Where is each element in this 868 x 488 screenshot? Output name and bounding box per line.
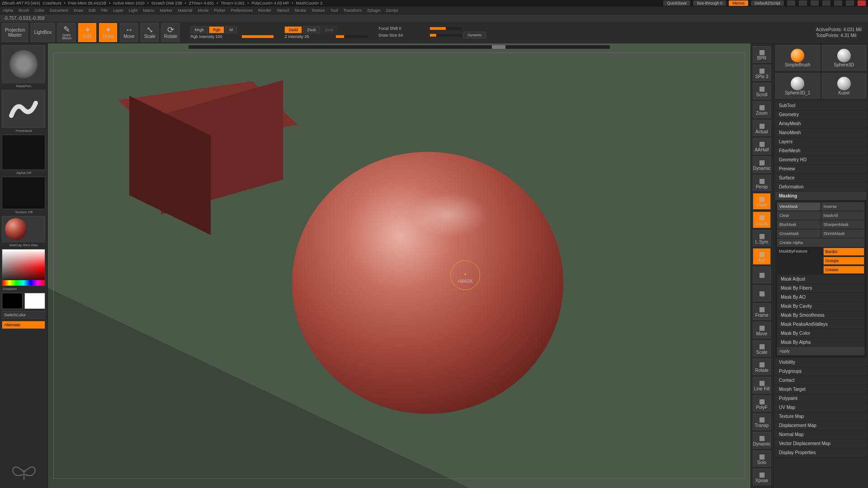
tool-thumb-simplebrush[interactable]: SimpleBrush [775,45,820,70]
z-intensity-slider[interactable]: Z Intensity 25 [284,34,368,39]
blurmask-button[interactable]: BlurMask [777,221,821,229]
shelf-blank-button[interactable]: ▦ [753,267,771,283]
menu-tool[interactable]: Tool [330,8,338,13]
menu-transform[interactable]: Transform [343,8,362,13]
mask-by-alpha[interactable]: Mask By Alpha [777,338,864,347]
menus-toggle[interactable]: Menus [729,0,748,6]
mrgb-toggle[interactable]: Mrgb [190,26,208,33]
sharpenmask-button[interactable]: SharpenMask [821,221,865,229]
quicksave-button[interactable]: QuickSave [663,0,690,6]
menu-light[interactable]: Light [129,8,138,13]
defaultzscript-button[interactable]: DefaultZScript [751,0,784,6]
lightbox-button[interactable]: LightBox [31,23,55,42]
shelf-polyf-button[interactable]: ▦PolyF [753,395,771,412]
move-button[interactable]: ↔Move [120,23,138,42]
palette-texture-map[interactable]: Texture Map [775,412,866,421]
mask-by-fibers[interactable]: Mask By Fibers [777,284,864,293]
secondary-color[interactable] [2,293,23,309]
menu-alpha[interactable]: Alpha [3,8,13,13]
palette-fibermesh[interactable]: FiberMesh [775,146,866,155]
palette-subtool[interactable]: SubTool [775,101,866,110]
quicksketch-button[interactable]: ✎Quick Sketch [57,23,75,42]
switch-color-button[interactable]: SwitchColor [2,311,45,319]
menu-movie[interactable]: Movie [198,8,208,13]
viewmask-button[interactable]: ViewMask [777,202,821,211]
shelf-floor-button[interactable]: ▦Floor [753,193,771,210]
mask-by-color[interactable]: Mask By Color [777,329,864,338]
layout3-icon[interactable] [811,0,819,6]
mask-adjust[interactable]: Mask Adjust [777,275,864,284]
menu-marker[interactable]: Marker [160,8,172,13]
palette-arraymesh[interactable]: ArrayMesh [775,119,866,128]
shelf-scroll-button[interactable]: ▦Scroll [753,83,771,99]
shrinkmask-button[interactable]: ShrinkMask [821,230,865,238]
texture-thumbnail[interactable] [2,177,45,209]
inverse-button[interactable]: Inverse [821,202,865,211]
shelf-bpr-button[interactable]: ▦BPR [753,46,771,63]
brush-thumbnail[interactable] [2,45,45,83]
shelf-xyz-button[interactable]: ▦Xyz [753,248,771,265]
menu-draw[interactable]: Draw [74,8,83,13]
palette-vector-displacement-map[interactable]: Vector Displacement Map [775,439,866,448]
menu-texture[interactable]: Texture [311,8,325,13]
menu-render[interactable]: Render [258,8,272,13]
mask-by-ao[interactable]: Mask By AO [777,293,864,302]
shelf-blank-button[interactable]: ▦ [753,285,771,302]
maskall-button[interactable]: MaskAll [821,211,865,220]
layout2-icon[interactable] [799,0,807,6]
alternate-button[interactable]: Alternate [2,321,45,329]
menu-picker[interactable]: Picker [214,8,225,13]
shelf-local-button[interactable]: ▦Local [753,211,771,228]
palette-polypaint[interactable]: Polypaint [775,394,866,403]
menu-file[interactable]: File [101,8,108,13]
rgb-intensity-slider[interactable]: Rgb Intensity 100 [190,34,274,39]
shelf-dynamic-button[interactable]: ▦Dynamic [753,156,771,173]
shelf-transp-button[interactable]: ▦Transp [753,413,771,430]
menu-zplugin[interactable]: Zplugin [367,8,381,13]
gradient-label[interactable]: Gradient [2,287,46,291]
shelf-persp-button[interactable]: ▦Persp [753,175,771,192]
palette-uv-map[interactable]: UV Map [775,403,866,412]
shelf-aahalf-button[interactable]: ▦AAHalf [753,138,771,155]
shelf-l.sym-button[interactable]: ▦L.Sym [753,230,771,247]
tool-thumb-sphere3d[interactable]: Sphere3D [822,45,867,70]
menu-edit[interactable]: Edit [89,8,96,13]
palette-displacement-map[interactable]: Displacement Map [775,421,866,430]
material-thumbnail[interactable] [2,216,45,242]
palette-visibility[interactable]: Visibility [775,358,866,367]
palette-geometry-hd[interactable]: Geometry HD [775,155,866,164]
palette-masking-header[interactable]: Masking [775,192,866,201]
seethrough-slider[interactable]: See-through 0 [693,0,726,6]
mask-by-smoothness[interactable]: Mask By Smoothness [777,311,864,320]
tool-thumb-sphere3d1[interactable]: Sphere3D_1 [775,73,820,99]
palette-geometry[interactable]: Geometry [775,110,866,119]
minimize-icon[interactable] [834,0,842,6]
focal-shift-slider[interactable]: Focal Shift 0 [378,26,486,31]
palette-preview[interactable]: Preview [775,164,866,174]
shelf-rotate-button[interactable]: ▦Rotate [753,358,771,375]
help-icon[interactable] [822,0,830,6]
crease-toggle[interactable]: Crease [823,266,865,274]
palette-nanomesh[interactable]: NanoMesh [775,128,866,137]
create-alpha-button[interactable]: Create Alpha [777,239,864,247]
growmask-button[interactable]: GrowMask [777,230,821,238]
menu-zscript[interactable]: Zscript [386,8,398,13]
palette-deformation[interactable]: Deformation [775,183,866,192]
rgb-toggle[interactable]: Rgb [209,26,225,33]
m-toggle[interactable]: M [225,26,237,33]
zsub-toggle[interactable]: Zsub [303,26,320,33]
canvas-viewport[interactable]: +MASK [48,43,750,488]
zcut-toggle[interactable]: Zcut [321,26,337,33]
draw-button[interactable]: ✦Draw [99,23,117,42]
shelf-move-button[interactable]: ▦Move [753,322,771,338]
stroke-thumbnail[interactable] [2,90,45,128]
tool-thumb-kusel[interactable]: Kusel [822,73,867,99]
menu-material[interactable]: Material [178,8,192,13]
menu-macro[interactable]: Macro [143,8,154,13]
clear-button[interactable]: Clear [777,211,821,220]
menu-stroke[interactable]: Stroke [294,8,306,13]
mask-by-cavity[interactable]: Mask By Cavity [777,302,864,311]
rotate-button[interactable]: ⟳Rotate [161,23,179,42]
apply-button[interactable]: Apply [777,347,864,355]
zadd-toggle[interactable]: Zadd [284,26,302,33]
